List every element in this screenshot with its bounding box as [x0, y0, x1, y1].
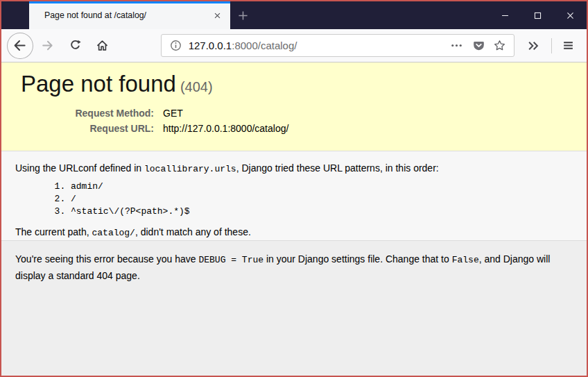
urlconf-intro-suffix: , Django tried these URL patterns, in th… — [236, 162, 439, 174]
debug-explanation-text: You're seeing this error because you hav… — [15, 251, 557, 284]
maximize-icon — [533, 11, 542, 20]
current-path-line: The current path, catalog/, didn't match… — [15, 225, 573, 240]
current-path-value: catalog/ — [92, 228, 135, 238]
reload-button[interactable] — [64, 35, 86, 57]
status-code: (404) — [180, 79, 213, 94]
url-text: 127.0.0.1:8000/catalog/ — [189, 40, 297, 51]
request-url-value: http://127.0.0.1:8000/catalog/ — [161, 121, 291, 136]
current-path-suffix: , didn't match any of these. — [135, 226, 251, 237]
urlconf-intro: Using the URLconf defined in locallibrar… — [15, 161, 573, 176]
active-tab-accent — [29, 1, 230, 3]
request-method-row: Request Method: GET — [15, 106, 291, 121]
urlconf-module: locallibrary.urls — [144, 164, 236, 174]
tab-strip: Page not found at /catalog/ — [1, 1, 489, 29]
minimize-button[interactable] — [489, 1, 521, 29]
request-table: Request Method: GET Request URL: http://… — [15, 106, 291, 136]
url-host: 127.0.0.1 — [189, 40, 232, 51]
hamburger-menu-button[interactable] — [556, 35, 580, 57]
debug-explanation-section: You're seeing this error because you hav… — [1, 241, 587, 376]
urlconf-intro-prefix: Using the URLconf defined in — [15, 162, 144, 174]
pocket-icon — [473, 40, 485, 51]
ellipsis-icon — [451, 40, 462, 51]
explanation-part2: in your Django settings file. Change tha… — [263, 253, 452, 265]
debug-false-code: False — [452, 255, 479, 265]
urlconf-info-section: Using the URLconf defined in locallibrar… — [1, 151, 587, 241]
back-arrow-icon — [13, 39, 26, 52]
request-method-label: Request Method: — [15, 106, 161, 121]
window-controls — [489, 1, 587, 29]
bookmark-star-button[interactable] — [494, 40, 505, 51]
home-icon — [96, 40, 108, 51]
hamburger-icon — [562, 40, 574, 51]
request-url-label: Request URL: — [15, 121, 161, 136]
browser-window: Page not found at /catalog/ — [0, 0, 588, 377]
page-actions-button[interactable] — [451, 40, 462, 51]
back-button[interactable] — [7, 33, 33, 59]
home-button[interactable] — [92, 35, 114, 57]
tab-title: Page not found at /catalog/ — [44, 10, 211, 20]
reload-icon — [69, 40, 81, 51]
request-method-value: GET — [161, 106, 291, 121]
star-icon — [494, 40, 505, 51]
url-pattern-item: ^static\/(?P<path>.*)$ — [71, 206, 573, 218]
site-info-icon[interactable] — [170, 40, 182, 51]
titlebar: Page not found at /catalog/ — [1, 1, 587, 29]
toolbar-separator — [551, 38, 552, 53]
maximize-button[interactable] — [521, 1, 554, 29]
plus-icon — [238, 10, 248, 21]
minimize-icon — [501, 11, 510, 20]
new-tab-button[interactable] — [230, 1, 255, 29]
double-chevron-icon — [527, 40, 539, 52]
explanation-part1: You're seeing this error because you hav… — [15, 253, 198, 265]
close-icon — [566, 11, 575, 20]
pocket-button[interactable] — [473, 40, 485, 51]
forward-button[interactable] — [37, 35, 59, 57]
navigation-toolbar: 127.0.0.1:8000/catalog/ — [1, 29, 587, 62]
url-pattern-list: admin/ / ^static\/(?P<path>.*)$ — [15, 181, 573, 218]
close-button[interactable] — [554, 1, 587, 29]
page-content: Page not found(404) Request Method: GET … — [1, 62, 587, 376]
url-bar[interactable]: 127.0.0.1:8000/catalog/ — [161, 34, 514, 57]
overflow-menu-button[interactable] — [523, 35, 545, 57]
page-title: Page not found(404) — [21, 71, 573, 97]
tab-close-icon[interactable] — [211, 9, 223, 22]
current-path-prefix: The current path, — [15, 226, 92, 237]
request-url-row: Request URL: http://127.0.0.1:8000/catal… — [15, 121, 291, 136]
error-summary-section: Page not found(404) Request Method: GET … — [1, 62, 587, 151]
url-path: :8000/catalog/ — [232, 40, 297, 51]
url-pattern-item: / — [71, 193, 573, 206]
error-title: Page not found — [21, 71, 176, 97]
debug-true-code: DEBUG = True — [198, 255, 263, 265]
browser-tab[interactable]: Page not found at /catalog/ — [29, 1, 230, 29]
forward-arrow-icon — [42, 40, 53, 51]
url-pattern-item: admin/ — [71, 181, 573, 193]
